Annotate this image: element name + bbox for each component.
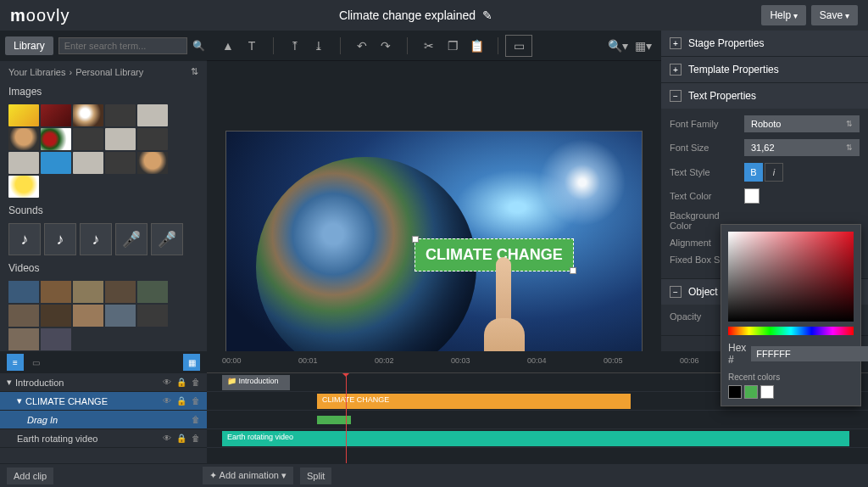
video-thumb[interactable]: [137, 281, 168, 303]
redo-icon[interactable]: ↷: [375, 35, 397, 57]
expand-icon: +: [670, 64, 682, 76]
trash-icon[interactable]: 🗑: [192, 434, 200, 443]
text-properties-header[interactable]: − Text Properties: [661, 83, 868, 109]
clip-folder[interactable]: 📁 Introduction: [222, 375, 290, 390]
video-thumb[interactable]: [73, 281, 103, 303]
image-thumb[interactable]: [8, 128, 39, 150]
image-thumb[interactable]: [73, 104, 103, 126]
image-thumb[interactable]: [41, 152, 71, 174]
pointer-tool-icon[interactable]: ▲: [217, 35, 239, 57]
trash-icon[interactable]: 🗑: [192, 415, 200, 424]
image-thumb[interactable]: [73, 128, 103, 150]
image-thumb[interactable]: [105, 128, 136, 150]
stage-properties-header[interactable]: + Stage Properties: [661, 31, 868, 56]
lock-icon[interactable]: 🔒: [176, 396, 186, 406]
sound-thumb[interactable]: 🎤: [115, 223, 147, 255]
image-thumb[interactable]: [105, 104, 136, 126]
trash-icon[interactable]: 🗑: [192, 396, 200, 406]
hex-label: Hex #: [728, 342, 746, 366]
eye-icon[interactable]: 👁: [163, 396, 171, 406]
lens-flare: [531, 132, 633, 233]
project-title: Climate change explained: [339, 8, 476, 22]
zoom-icon[interactable]: 🔍▾: [607, 35, 629, 57]
hue-slider[interactable]: [728, 327, 854, 335]
add-clip-button[interactable]: Add clip: [7, 467, 53, 484]
cut-icon[interactable]: ✂: [418, 35, 440, 57]
track-row-dragin[interactable]: Drag In 🗑: [0, 411, 207, 429]
stage-canvas[interactable]: CLIMATE CHANGE: [225, 131, 643, 385]
undo-icon[interactable]: ↶: [351, 35, 373, 57]
eye-icon[interactable]: 👁: [163, 434, 171, 443]
hex-input[interactable]: [751, 346, 868, 361]
clip-earth[interactable]: Earth rotating video: [222, 431, 849, 446]
font-family-label: Font Family: [670, 119, 744, 129]
font-family-select[interactable]: Roboto: [744, 115, 860, 132]
video-thumb[interactable]: [8, 328, 39, 350]
eye-icon[interactable]: 👁: [163, 378, 171, 387]
text-style-label: Text Style: [670, 167, 744, 177]
font-size-select[interactable]: 31,62: [744, 139, 860, 156]
breadcrumb[interactable]: Your Libraries›Personal Library ⇅: [0, 61, 207, 82]
font-size-label: Font Size: [670, 143, 744, 153]
color-picker-popup: Hex # ✎ Recent colors: [721, 224, 861, 406]
copy-icon[interactable]: ❐: [442, 35, 464, 57]
stage-toolbar: ▲ T ⤒ ⤓ ↶ ↷ ✂ ❐ 📋 ▭ 🔍▾ ▦▾: [207, 31, 661, 61]
video-thumb[interactable]: [8, 281, 39, 303]
image-thumb[interactable]: [137, 104, 168, 126]
trash-icon[interactable]: 🗑: [192, 378, 200, 387]
video-thumb[interactable]: [105, 281, 136, 303]
video-thumb[interactable]: [41, 328, 71, 350]
bold-button[interactable]: B: [744, 163, 763, 182]
template-properties-header[interactable]: + Template Properties: [661, 57, 868, 82]
split-button[interactable]: Split: [300, 467, 331, 484]
image-thumb[interactable]: [41, 128, 71, 150]
recent-color-swatch[interactable]: [744, 385, 758, 399]
image-thumb[interactable]: [137, 152, 168, 174]
add-animation-button[interactable]: ✦ Add animation ▾: [203, 467, 293, 484]
timeline-view-icon[interactable]: ≡: [7, 354, 24, 371]
image-thumb[interactable]: [8, 176, 39, 198]
recent-color-swatch[interactable]: [728, 385, 742, 399]
track-row-earth[interactable]: Earth rotating video 👁🔒🗑: [0, 429, 207, 448]
search-input[interactable]: [58, 37, 187, 54]
image-thumb[interactable]: [8, 104, 39, 126]
video-thumb[interactable]: [137, 305, 168, 327]
grid-icon[interactable]: ▦▾: [632, 35, 654, 57]
text-tool-icon[interactable]: T: [241, 35, 263, 57]
align-bottom-icon[interactable]: ⤓: [308, 35, 330, 57]
sound-thumb[interactable]: ♪: [80, 223, 112, 255]
color-picker-area[interactable]: [728, 232, 854, 322]
track-row-climate[interactable]: ▾CLIMATE CHANGE 👁🔒🗑: [0, 392, 207, 411]
video-thumb[interactable]: [41, 305, 71, 327]
video-thumb[interactable]: [73, 305, 103, 327]
clip-climate[interactable]: CLIMATE CHANGE: [317, 394, 631, 409]
video-thumb[interactable]: [105, 305, 136, 327]
text-color-swatch[interactable]: [744, 188, 760, 204]
recent-color-swatch[interactable]: [760, 385, 774, 399]
edit-title-icon[interactable]: ✎: [482, 8, 492, 22]
image-thumb[interactable]: [41, 104, 71, 126]
sound-thumb[interactable]: ♪: [8, 223, 41, 255]
timeline-alt-icon[interactable]: ▭: [27, 354, 44, 371]
image-thumb[interactable]: [73, 152, 103, 174]
video-thumb[interactable]: [8, 305, 39, 327]
align-top-icon[interactable]: ⤒: [284, 35, 306, 57]
library-tab[interactable]: Library: [5, 36, 53, 55]
paste-icon[interactable]: 📋: [465, 35, 487, 57]
save-button[interactable]: Save: [811, 5, 858, 25]
image-thumb[interactable]: [105, 152, 136, 174]
playhead[interactable]: [346, 373, 347, 463]
video-thumb[interactable]: [41, 281, 71, 303]
sound-thumb[interactable]: 🎤: [151, 223, 183, 255]
sound-thumb[interactable]: ♪: [44, 223, 76, 255]
italic-button[interactable]: i: [765, 163, 783, 182]
lock-icon[interactable]: 🔒: [176, 378, 186, 387]
help-button[interactable]: Help: [761, 5, 805, 25]
subtitle-icon[interactable]: ▭: [505, 35, 532, 57]
image-thumb[interactable]: [8, 152, 39, 174]
track-row-intro[interactable]: ▾Introduction 👁🔒🗑: [0, 373, 207, 392]
image-thumb[interactable]: [137, 128, 168, 150]
timeline-mode-icon[interactable]: ▦: [183, 354, 200, 371]
search-icon[interactable]: 🔍: [192, 36, 205, 56]
lock-icon[interactable]: 🔒: [176, 434, 186, 443]
